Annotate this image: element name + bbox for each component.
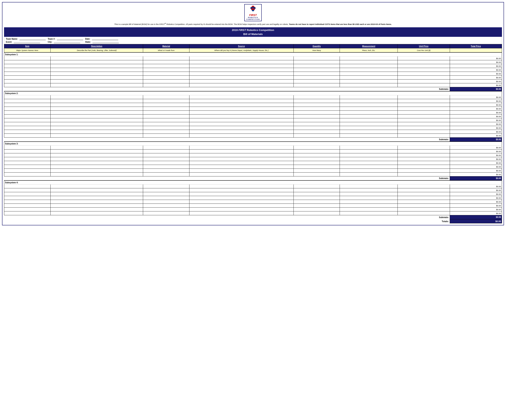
table-row[interactable]: $0.00: [4, 208, 502, 211]
example-item: Major System Names Here: [4, 48, 51, 52]
logo-area: FIRST ROBOTICS COMPETITION: [4, 4, 502, 21]
subsystem-4-subtotal-row: Subtotals: $0.00: [4, 215, 502, 219]
example-mat: What is it made from: [143, 48, 189, 52]
table-row[interactable]: $0.00: [4, 211, 502, 215]
main-table: Item Description Material Source Quantit…: [4, 44, 502, 223]
table-row[interactable]: $0.00: [4, 153, 502, 157]
subsystem-4-label: Subsystem 4:: [4, 180, 502, 184]
subtotal-2-label: Subtotals:: [4, 138, 450, 142]
table-row[interactable]: $0.00: [4, 64, 502, 68]
form-inner: Team Name: Event: Team #: City:: [4, 37, 502, 44]
subsystem-3-subtotal-row: Subtotals: $0.00: [4, 177, 502, 180]
table-row[interactable]: $0.00: [4, 173, 502, 177]
table-row[interactable]: $0.00: [4, 146, 502, 150]
subtotal-4-label: Subtotals:: [4, 215, 450, 219]
table-row[interactable]: $0.00: [4, 204, 502, 208]
table-row[interactable]: $0.00: [4, 130, 502, 134]
subsystem-1-label: Subsystem 1:: [4, 52, 502, 56]
subtotal-3-val: $0.00: [450, 177, 502, 180]
header-row: Item Description Material Source Quantit…: [4, 44, 502, 48]
table-row[interactable]: $0.00: [4, 157, 502, 161]
subtotal-1-val: $0.00: [450, 87, 502, 91]
table-row[interactable]: $0.00: [4, 161, 502, 165]
logo-first-text: FIRST: [246, 13, 260, 17]
example-row: Major System Names Here Describe the Par…: [4, 48, 502, 52]
date-input[interactable]: [92, 38, 118, 40]
example-meas: Piece, Inch, Etc.: [340, 48, 398, 52]
subtotal-1-label: Subtotals:: [4, 87, 450, 91]
event-input[interactable]: [14, 41, 40, 43]
table-row[interactable]: $0.00: [4, 188, 502, 192]
team-num-label: Team #:: [48, 38, 55, 40]
table-row[interactable]: $0.00: [4, 99, 502, 103]
table-row[interactable]: $0.00: [4, 192, 502, 196]
table-row[interactable]: $0.00: [4, 200, 502, 204]
table-row[interactable]: $0.00: [4, 83, 502, 87]
subsystem-1-header: Subsystem 1:: [4, 52, 502, 56]
date-label: Date:: [85, 38, 90, 40]
table-row[interactable]: $0.00: [4, 184, 502, 188]
table-row[interactable]: $0.00: [4, 60, 502, 64]
city-input[interactable]: [54, 41, 80, 43]
table-row[interactable]: $0.00: [4, 114, 502, 118]
form-group-mid: Team #: City:: [48, 38, 83, 43]
outer-border: FIRST ROBOTICS COMPETITION This is a sam…: [2, 2, 504, 225]
col-header-quantity: Quantity: [293, 44, 340, 48]
table-row[interactable]: $0.00: [4, 68, 502, 72]
first-logo-svg: [248, 5, 258, 13]
table-row[interactable]: $0.00: [4, 76, 502, 79]
title-line2: Bill of Materials: [5, 32, 501, 36]
table-row[interactable]: $0.00: [4, 95, 502, 99]
event-field: Event:: [6, 41, 46, 43]
col-header-material: Material: [143, 44, 189, 48]
example-src: Where did you buy it (Home Depot, AndyMa…: [189, 48, 293, 52]
subtotal-2-val: $0.00: [450, 138, 502, 142]
col-header-source: Source: [189, 44, 293, 48]
team-name-field: Team Name:: [6, 38, 46, 40]
table-row[interactable]: $0.00: [4, 107, 502, 111]
team-num-input[interactable]: [57, 38, 83, 40]
table-row[interactable]: $0.00: [4, 118, 502, 122]
table-row[interactable]: $0.00: [4, 103, 502, 107]
state-field: State:: [85, 41, 119, 43]
subsystem-3-header: Subsystem 3:: [4, 142, 502, 146]
table-row[interactable]: $0.00: [4, 111, 502, 114]
subsystem-2-header: Subsystem 2:: [4, 91, 502, 95]
example-unit: Cost Per Unit ($): [398, 48, 450, 52]
col-header-unit-price: Unit Price: [398, 44, 450, 48]
table-row[interactable]: $0.00: [4, 126, 502, 130]
subsystem-3-label: Subsystem 3:: [4, 142, 502, 146]
state-label: State:: [85, 41, 91, 43]
subsystem-1-subtotal-row: Subtotals: $0.00: [4, 87, 502, 91]
col-header-total-price: Total Price: [450, 44, 502, 48]
totals-label: Totals:: [4, 219, 450, 223]
col-header-item: Item: [4, 44, 51, 48]
city-label: City:: [48, 41, 52, 43]
team-name-input[interactable]: [20, 38, 46, 40]
col-header-measurement: Measurement: [340, 44, 398, 48]
intro-text: This is a sample Bill of Material (BOM) …: [4, 22, 502, 26]
state-input[interactable]: [93, 41, 119, 43]
table-row[interactable]: $0.00: [4, 165, 502, 169]
table-row[interactable]: $0.00: [4, 169, 502, 173]
logo-box: FIRST ROBOTICS COMPETITION: [244, 4, 262, 21]
example-qty: How Many: [293, 48, 340, 52]
subtotal-3-label: Subtotals:: [4, 177, 450, 180]
totals-val: $0.00: [450, 219, 502, 223]
title-bar: 2019 FIRST Robotics Competition Bill of …: [4, 27, 502, 37]
logo-sub1: ROBOTICS: [246, 17, 260, 18]
totals-row: Totals: $0.00: [4, 219, 502, 223]
date-field: Date:: [85, 38, 119, 40]
table-row[interactable]: $0.00: [4, 150, 502, 153]
team-num-field: Team #:: [48, 38, 83, 40]
first-italic: FIRST: [239, 28, 246, 32]
table-row[interactable]: $0.00: [4, 79, 502, 83]
table-row[interactable]: $0.00: [4, 56, 502, 60]
table-row[interactable]: $0.00: [4, 196, 502, 200]
subtotal-4-val: $0.00: [450, 215, 502, 219]
team-name-label: Team Name:: [6, 38, 18, 40]
table-row[interactable]: $0.00: [4, 72, 502, 76]
title-line1: 2019 FIRST Robotics Competition: [5, 28, 501, 32]
table-row[interactable]: $0.00: [4, 134, 502, 138]
table-row[interactable]: $0.00: [4, 122, 502, 126]
